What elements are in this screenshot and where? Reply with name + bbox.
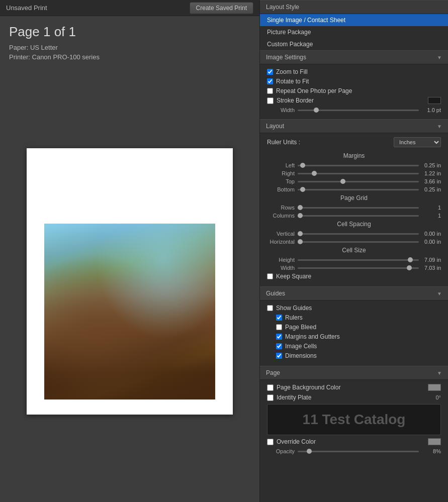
margin-bottom-row: Bottom 0.25 in — [267, 186, 441, 192]
margins-gutters-row: Margins and Gutters — [267, 333, 441, 340]
repeat-one-photo-checkbox[interactable] — [267, 88, 273, 94]
repeat-one-photo-label: Repeat One Photo per Page — [276, 87, 352, 94]
page-section-title: Page — [266, 369, 280, 376]
margin-left-value: 0.25 in — [422, 162, 441, 168]
cell-height-slider[interactable] — [298, 259, 419, 261]
override-color-checkbox[interactable] — [267, 439, 274, 445]
keep-square-row: Keep Square — [267, 273, 441, 280]
print-preview-area — [0, 66, 259, 502]
layout-chevron: ▼ — [437, 124, 442, 129]
columns-row: Columns 1 — [267, 213, 441, 219]
identity-plate-checkbox[interactable] — [267, 394, 274, 401]
keep-square-checkbox[interactable] — [267, 273, 273, 279]
columns-label: Columns — [267, 213, 295, 219]
zoom-to-fill-row: Zoom to Fill — [267, 68, 441, 75]
margin-top-value: 3.66 in — [422, 178, 441, 184]
page-bg-color-checkbox[interactable] — [267, 384, 274, 391]
left-panel: Unsaved Print Create Saved Print Page 1 … — [0, 0, 259, 502]
stroke-width-slider-container — [298, 110, 419, 111]
rows-value: 1 — [422, 205, 441, 211]
image-cells-label: Image Cells — [285, 343, 317, 350]
zoom-to-fill-label: Zoom to Fill — [276, 68, 308, 75]
margin-top-slider[interactable] — [298, 181, 419, 182]
stroke-width-label: Width — [267, 107, 295, 113]
horizontal-spacing-row: Horizontal 0.00 in — [267, 239, 441, 245]
show-guides-checkbox[interactable] — [267, 305, 273, 311]
stroke-width-slider[interactable] — [298, 110, 419, 111]
right-panel: Layout Style Single Image / Contact Shee… — [259, 0, 448, 502]
page-bleed-checkbox[interactable] — [276, 324, 282, 330]
margins-gutters-label: Margins and Gutters — [285, 333, 340, 340]
horizontal-spacing-value: 0.00 in — [422, 239, 441, 245]
layout-menu-item-picture[interactable]: Picture Package — [260, 26, 448, 38]
page-number: Page 1 of 1 — [9, 24, 250, 40]
image-cells-row: Image Cells — [267, 343, 441, 350]
rulers-row: Rulers — [267, 314, 441, 321]
cell-width-row: Width 7.03 in — [267, 265, 441, 271]
dimensions-checkbox[interactable] — [276, 353, 282, 359]
cell-size-title: Cell Size — [267, 247, 441, 254]
rows-slider[interactable] — [298, 207, 419, 209]
image-settings-body: Zoom to Fill Rotate to Fit Repeat One Ph… — [260, 64, 448, 119]
margin-left-label: Left — [267, 162, 295, 168]
opacity-row: Opacity 8% — [267, 448, 441, 454]
page-bg-color-label: Page Background Color — [277, 384, 340, 391]
cell-spacing-title: Cell Spacing — [267, 221, 441, 228]
rotate-to-fit-label: Rotate to Fit — [276, 78, 309, 85]
margins-gutters-checkbox[interactable] — [276, 334, 282, 340]
rotate-to-fit-checkbox[interactable] — [267, 78, 273, 84]
columns-slider[interactable] — [298, 215, 419, 217]
columns-value: 1 — [422, 213, 441, 219]
opacity-slider[interactable] — [298, 451, 419, 452]
page-section-header[interactable]: Page ▼ — [260, 366, 448, 380]
horizontal-spacing-slider[interactable] — [298, 241, 419, 243]
ruler-units-label: Ruler Units : — [267, 139, 300, 146]
cell-width-slider[interactable] — [298, 267, 419, 269]
margin-right-label: Right — [267, 170, 295, 176]
cell-height-row: Height 7.09 in — [267, 257, 441, 263]
opacity-value: 8% — [422, 448, 441, 454]
layout-body: Ruler Units : Inches Centimeters Millime… — [260, 133, 448, 286]
page-info: Page 1 of 1 Paper: US Letter Printer: Ca… — [0, 16, 259, 66]
margin-right-value: 1.22 in — [422, 170, 441, 176]
stroke-border-checkbox[interactable] — [267, 97, 274, 104]
margin-left-slider[interactable] — [298, 165, 419, 166]
horizontal-label: Horizontal — [267, 239, 295, 245]
guides-section-header[interactable]: Guides ▼ — [260, 286, 448, 300]
page-section-body: Page Background Color Identity Plate 0° … — [260, 380, 448, 460]
show-guides-label: Show Guides — [276, 305, 312, 312]
create-saved-button[interactable]: Create Saved Print — [190, 2, 253, 14]
vertical-spacing-value: 0.00 in — [422, 231, 441, 237]
stroke-border-color-swatch[interactable] — [428, 97, 441, 104]
identity-plate-preview[interactable]: 11 Test Catalog — [267, 404, 441, 435]
page-bg-color-swatch[interactable] — [428, 384, 441, 391]
margin-bottom-slider[interactable] — [298, 189, 419, 190]
layout-style-header[interactable]: Layout Style — [260, 0, 448, 14]
zoom-to-fill-checkbox[interactable] — [267, 69, 273, 75]
margin-right-row: Right 1.22 in — [267, 170, 441, 176]
opacity-label: Opacity — [267, 448, 295, 454]
layout-style-menu: Single Image / Contact Sheet Picture Pac… — [260, 14, 448, 50]
page-grid-title: Page Grid — [267, 194, 441, 202]
layout-menu-item-single[interactable]: Single Image / Contact Sheet — [260, 14, 448, 26]
page-bleed-row: Page Bleed — [267, 324, 441, 331]
paper-sheet — [27, 148, 233, 415]
margin-right-slider[interactable] — [298, 173, 419, 174]
identity-plate-text: 11 Test Catalog — [303, 412, 406, 427]
image-cells-checkbox[interactable] — [276, 343, 282, 349]
margin-left-row: Left 0.25 in — [267, 162, 441, 168]
rulers-checkbox[interactable] — [276, 315, 282, 321]
margin-bottom-value: 0.25 in — [422, 186, 441, 192]
layout-menu-item-custom[interactable]: Custom Package — [260, 38, 448, 50]
ruler-units-row: Ruler Units : Inches Centimeters Millime… — [267, 137, 441, 147]
layout-section-header[interactable]: Layout ▼ — [260, 119, 448, 133]
identity-plate-row: Identity Plate 0° — [267, 394, 441, 401]
vertical-spacing-slider[interactable] — [298, 233, 419, 235]
override-color-swatch[interactable] — [428, 438, 441, 445]
ruler-units-select[interactable]: Inches Centimeters Millimeters Points Pi… — [394, 137, 441, 147]
stroke-border-label: Stroke Border — [277, 97, 314, 104]
layout-style-title: Layout Style — [266, 4, 299, 11]
rows-label: Rows — [267, 205, 295, 211]
image-settings-header[interactable]: Image Settings ▼ — [260, 50, 448, 64]
dimensions-row: Dimensions — [267, 352, 441, 359]
